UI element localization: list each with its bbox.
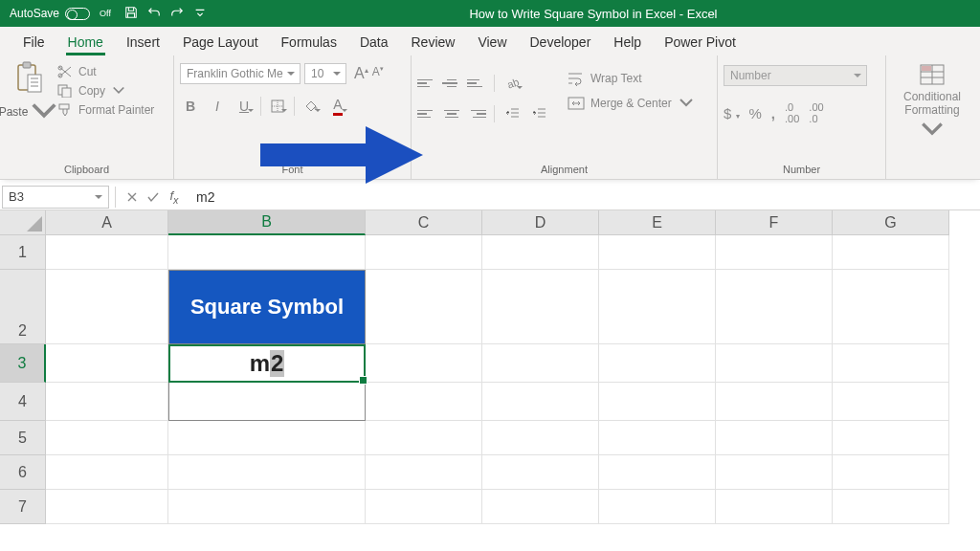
cell[interactable] xyxy=(366,421,482,455)
percent-format-button[interactable]: % xyxy=(749,105,762,121)
cell[interactable] xyxy=(46,455,168,490)
cell[interactable] xyxy=(833,455,949,490)
col-header-f[interactable]: F xyxy=(716,210,833,235)
cell[interactable] xyxy=(46,270,168,344)
cell[interactable] xyxy=(833,270,949,344)
align-middle-button[interactable] xyxy=(442,75,461,92)
cell[interactable] xyxy=(833,421,949,455)
autosave-toggle[interactable]: AutoSave Off xyxy=(10,7,111,20)
align-right-button[interactable] xyxy=(467,105,486,122)
cell[interactable] xyxy=(46,490,168,524)
tab-help[interactable]: Help xyxy=(602,29,653,55)
decrease-decimal-button[interactable]: .00.0 xyxy=(809,101,823,124)
cell[interactable] xyxy=(366,344,482,383)
cell[interactable] xyxy=(599,455,716,490)
row-header-3[interactable]: 3 xyxy=(0,344,46,383)
cell[interactable] xyxy=(599,270,716,344)
tab-data[interactable]: Data xyxy=(348,29,400,55)
decrease-font-icon[interactable]: A▾ xyxy=(372,65,384,82)
tab-review[interactable]: Review xyxy=(400,29,467,55)
wrap-text-button[interactable]: Wrap Text xyxy=(568,71,695,86)
align-center-button[interactable] xyxy=(442,105,461,122)
cell[interactable] xyxy=(168,235,366,270)
cell[interactable] xyxy=(482,270,599,344)
tab-view[interactable]: View xyxy=(466,29,518,55)
cell[interactable] xyxy=(833,383,949,421)
row-header-2[interactable]: 2 xyxy=(0,270,46,344)
cell[interactable] xyxy=(366,383,482,421)
qat-customize-icon[interactable] xyxy=(193,6,207,22)
name-box[interactable]: B3 xyxy=(2,186,109,209)
increase-font-icon[interactable]: A▴ xyxy=(354,65,368,82)
row-header-5[interactable]: 5 xyxy=(0,421,46,455)
copy-button[interactable]: Copy xyxy=(57,84,154,98)
save-icon[interactable] xyxy=(124,6,138,22)
cell[interactable] xyxy=(46,383,168,421)
cell[interactable] xyxy=(366,235,482,270)
cell[interactable] xyxy=(168,490,366,524)
cell[interactable] xyxy=(482,383,599,421)
tab-page-layout[interactable]: Page Layout xyxy=(171,29,270,55)
cell[interactable] xyxy=(833,235,949,270)
worksheet-grid[interactable]: A B C D E F G 1 2 Square Symbol 3 m2 xyxy=(0,210,980,524)
number-format-combo[interactable]: Number xyxy=(724,65,867,86)
format-painter-button[interactable]: Format Painter xyxy=(57,103,154,117)
fill-color-button[interactable] xyxy=(301,96,322,117)
tab-developer[interactable]: Developer xyxy=(519,29,603,55)
col-header-a[interactable]: A xyxy=(46,210,168,235)
redo-icon[interactable] xyxy=(170,6,184,22)
formula-input[interactable]: m2 xyxy=(185,189,980,205)
font-size-combo[interactable]: 10 xyxy=(304,63,346,84)
row-header-4[interactable]: 4 xyxy=(0,383,46,421)
cell[interactable] xyxy=(366,490,482,524)
cell[interactable] xyxy=(366,455,482,490)
cell[interactable] xyxy=(482,344,599,383)
cell[interactable] xyxy=(599,421,716,455)
cell[interactable] xyxy=(46,344,168,383)
row-header-1[interactable]: 1 xyxy=(0,235,46,270)
border-button[interactable] xyxy=(267,96,288,117)
insert-function-button[interactable]: fx xyxy=(164,187,185,208)
cell[interactable] xyxy=(599,383,716,421)
cancel-button[interactable] xyxy=(122,187,143,208)
increase-indent-button[interactable] xyxy=(529,103,550,124)
row-header-6[interactable]: 6 xyxy=(0,455,46,490)
tab-home[interactable]: Home xyxy=(56,29,115,55)
cut-button[interactable]: Cut xyxy=(57,65,154,78)
cell[interactable] xyxy=(716,270,833,344)
tab-power-pivot[interactable]: Power Pivot xyxy=(653,29,747,55)
cell-b2[interactable]: Square Symbol xyxy=(168,270,366,344)
cell-b3-selected[interactable]: m2 xyxy=(168,344,366,383)
tab-insert[interactable]: Insert xyxy=(115,29,171,55)
cell[interactable] xyxy=(599,344,716,383)
paste-button[interactable]: Paste xyxy=(6,59,52,128)
cell-b4[interactable] xyxy=(168,383,366,421)
cell[interactable] xyxy=(716,344,833,383)
underline-button[interactable]: U xyxy=(234,96,255,117)
cell[interactable] xyxy=(599,235,716,270)
cell[interactable] xyxy=(716,383,833,421)
cell[interactable] xyxy=(599,490,716,524)
col-header-g[interactable]: G xyxy=(833,210,949,235)
cell[interactable] xyxy=(168,421,366,455)
cell[interactable] xyxy=(482,455,599,490)
cell[interactable] xyxy=(716,421,833,455)
font-color-button[interactable]: A xyxy=(327,96,348,117)
cell[interactable] xyxy=(716,455,833,490)
cell[interactable] xyxy=(833,344,949,383)
increase-decimal-button[interactable]: .0.00 xyxy=(785,101,799,124)
cell[interactable] xyxy=(482,421,599,455)
select-all-corner[interactable] xyxy=(0,210,46,235)
orientation-button[interactable]: ab xyxy=(502,73,523,94)
merge-center-button[interactable]: Merge & Center xyxy=(568,96,695,111)
row-header-7[interactable]: 7 xyxy=(0,490,46,524)
cell[interactable] xyxy=(482,235,599,270)
comma-format-button[interactable]: , xyxy=(771,105,775,121)
cell[interactable] xyxy=(833,490,949,524)
col-header-b[interactable]: B xyxy=(168,210,366,235)
col-header-c[interactable]: C xyxy=(366,210,482,235)
undo-icon[interactable] xyxy=(147,6,161,22)
cell[interactable] xyxy=(366,270,482,344)
cell[interactable] xyxy=(168,455,366,490)
tab-formulas[interactable]: Formulas xyxy=(270,29,348,55)
